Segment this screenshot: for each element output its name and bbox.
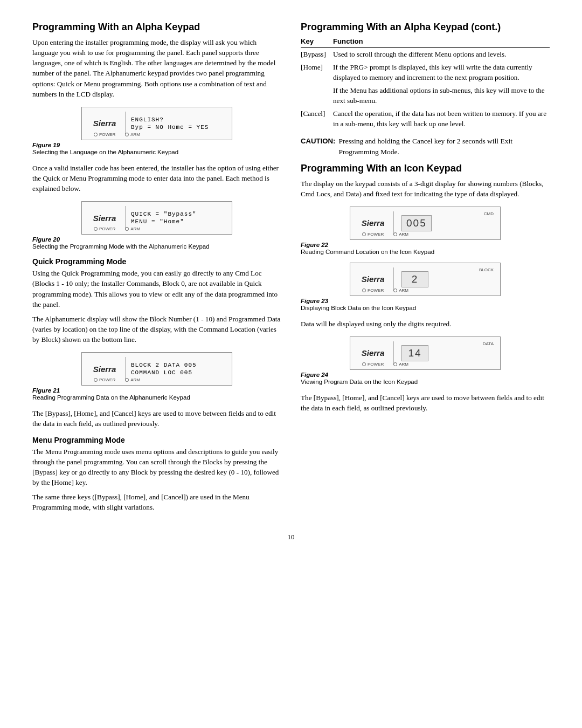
- arm-label-20: ARM: [130, 226, 140, 231]
- caution-text: Pressing and holding the Cancel key for …: [338, 136, 550, 157]
- power-indicator-23: POWER: [362, 288, 384, 293]
- figure-22-caption: Reading Command Location on the Icon Key…: [301, 249, 434, 255]
- arm-indicator-24: ARM: [393, 362, 408, 367]
- keypad-brand-21: Sierra: [87, 365, 125, 374]
- figure-20-wrap: Sierra QUICK = "Bypass" MENU = "Home" PO…: [32, 201, 281, 250]
- figure-23-wrap: Sierra 2 BLOCK POWER ARM Figur: [301, 263, 550, 311]
- screen-line1-20: QUICK = "Bypass": [131, 211, 226, 217]
- left-title: Programming With an Alpha Keypad: [32, 22, 281, 33]
- arm-indicator-20: ARM: [125, 226, 140, 231]
- screen-line1-19: ENGLISH?: [131, 116, 226, 123]
- arm-indicator-19: ARM: [125, 132, 140, 137]
- keypad-indicators-22: POWER ARM: [362, 232, 408, 237]
- figure-24-wrap: Sierra 14 DATA POWER ARM Figur: [301, 336, 550, 385]
- arm-indicator-21: ARM: [125, 377, 140, 382]
- page-number: 10: [32, 533, 550, 541]
- para2: Once a valid installer code has been ent…: [32, 163, 281, 194]
- screen-line2-20: MENU = "Home": [131, 218, 226, 225]
- screen-line1-21: BLOCK 2 DATA 005: [131, 362, 226, 368]
- icon-intro: The display on the keypad consists of a …: [301, 178, 550, 199]
- quick-para1: Using the Quick Programming mode, you ca…: [32, 268, 281, 310]
- keypad-screen-20: QUICK = "Bypass" MENU = "Home": [131, 211, 226, 225]
- icon-display-23: 2: [399, 271, 495, 287]
- figure-21-label: Figure 21: [32, 387, 60, 394]
- icon-title: Programming With an Icon Keypad: [301, 163, 550, 174]
- power-indicator-21: POWER: [94, 377, 115, 382]
- figure-22-keypad: Sierra 005 CMD POWER ARM: [350, 207, 501, 240]
- arm-dot-21: [125, 378, 129, 382]
- key-function-table: Key Function [Bypass]Used to scroll thro…: [301, 37, 550, 131]
- power-dot-19: [94, 133, 98, 136]
- figure-20-keypad: Sierra QUICK = "Bypass" MENU = "Home" PO…: [81, 201, 232, 235]
- power-label-19: POWER: [99, 132, 115, 137]
- icon-digits-23: 2: [401, 271, 428, 287]
- arm-dot-20: [125, 227, 129, 231]
- icon-digits-24: 14: [401, 345, 428, 361]
- figure-23-label: Figure 23: [301, 298, 328, 304]
- power-label-23: POWER: [368, 288, 384, 293]
- keypad-indicators-20: POWER ARM: [94, 226, 140, 231]
- power-label-21: POWER: [99, 377, 115, 382]
- figure-21-wrap: Sierra BLOCK 2 DATA 005 COMMAND LOC 005 …: [32, 352, 281, 401]
- keypad-brand-24: Sierra: [356, 348, 393, 358]
- func-cell-1: If the PRG> prompt is displayed, this ke…: [333, 61, 550, 107]
- icon-display-22: 005: [399, 215, 495, 231]
- func-cell-2: Cancel the operation, if the data has no…: [333, 107, 550, 131]
- power-indicator-22: POWER: [362, 232, 384, 237]
- figure-19-wrap: Sierra ENGLISH? Byp = NO Home = YES POWE…: [32, 107, 281, 155]
- keypad-brand-22: Sierra: [356, 218, 393, 228]
- arm-dot-19: [125, 133, 129, 136]
- key-cell-1: [Home]: [301, 61, 333, 107]
- arm-dot-22: [393, 232, 397, 236]
- caution-label: CAUTION:: [301, 136, 335, 157]
- arm-label-19: ARM: [130, 132, 140, 137]
- power-label-22: POWER: [368, 232, 384, 237]
- power-label-24: POWER: [368, 362, 384, 367]
- keypad-indicators-23: POWER ARM: [362, 288, 408, 293]
- icon-label-22: CMD: [484, 211, 494, 216]
- arm-indicator-22: ARM: [393, 232, 408, 237]
- icon-label-24: DATA: [483, 341, 494, 346]
- intro-para: Upon entering the installer programming …: [32, 37, 281, 99]
- figure-22-wrap: Sierra 005 CMD POWER ARM Figur: [301, 207, 550, 255]
- keypad-indicators-21: POWER ARM: [94, 377, 140, 382]
- data-will: Data will be displayed using only the di…: [301, 319, 550, 329]
- keypad-indicators-19: POWER ARM: [94, 132, 140, 137]
- screen-line2-21: COMMAND LOC 005: [131, 369, 226, 376]
- key-cell-2: [Cancel]: [301, 107, 333, 131]
- figure-20-caption: Selecting the Programming Mode with the …: [32, 243, 210, 250]
- power-indicator-20: POWER: [94, 226, 115, 231]
- key-table-row: [Home]If the PRG> prompt is displayed, t…: [301, 61, 550, 107]
- figure-19-keypad: Sierra ENGLISH? Byp = NO Home = YES POWE…: [81, 107, 232, 140]
- figure-19-caption: Selecting the Language on the Alphanumer…: [32, 149, 178, 155]
- figure-24-keypad: Sierra 14 DATA POWER ARM: [350, 336, 501, 370]
- quick-para2: The Alphanumeric display will show the B…: [32, 314, 281, 345]
- arm-label-21: ARM: [130, 377, 140, 382]
- power-dot-23: [362, 289, 366, 292]
- power-dot-21: [94, 378, 98, 382]
- key-cell-0: [Bypass]: [301, 48, 333, 61]
- right-column: Programming With an Alpha Keypad (cont.)…: [301, 22, 550, 517]
- figure-22-label: Figure 22: [301, 242, 328, 248]
- power-dot-24: [362, 362, 366, 366]
- power-label-20: POWER: [99, 226, 115, 231]
- key-col-header: Key: [301, 37, 333, 48]
- right-title: Programming With an Alpha Keypad (cont.): [301, 22, 550, 33]
- caution-block: CAUTION: Pressing and holding the Cancel…: [301, 136, 550, 157]
- power-dot-22: [362, 232, 366, 236]
- screen-line2-19: Byp = NO Home = YES: [131, 124, 226, 131]
- icon-digits-22: 005: [401, 215, 432, 231]
- quick-para3: The [Bypass], [Home], and [Cancel] keys …: [32, 408, 281, 429]
- keypad-brand-20: Sierra: [87, 214, 125, 223]
- figure-24-label: Figure 24: [301, 372, 328, 378]
- func-cell-0: Used to scroll through the different Men…: [333, 48, 550, 61]
- figure-24-caption: Viewing Program Data on the Icon Keypad: [301, 379, 418, 385]
- menu-para1: The Menu Programming mode uses menu opti…: [32, 447, 281, 488]
- figure-20-label: Figure 20: [32, 236, 60, 243]
- power-indicator-24: POWER: [362, 362, 384, 367]
- arm-dot-23: [393, 289, 397, 292]
- key-table-row: [Bypass]Used to scroll through the diffe…: [301, 48, 550, 61]
- figure-21-caption: Reading Programming Data on the Alphanum…: [32, 394, 190, 401]
- arm-label-24: ARM: [399, 362, 408, 367]
- arm-dot-24: [393, 362, 397, 366]
